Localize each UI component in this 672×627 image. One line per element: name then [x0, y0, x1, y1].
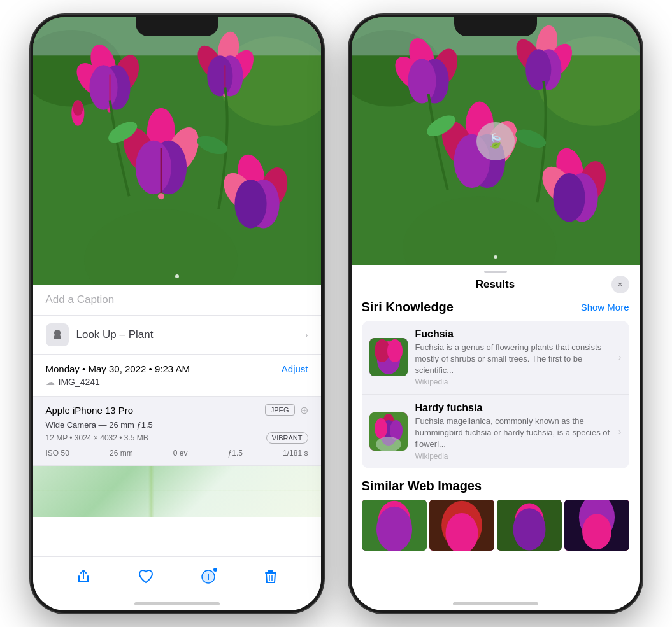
- results-content: Siri Knowledge Show More: [352, 297, 640, 602]
- photo-display-2[interactable]: 🍃: [352, 17, 640, 265]
- hardy-chevron: ›: [618, 426, 622, 437]
- svg-point-85: [513, 508, 545, 550]
- svg-point-30: [234, 180, 266, 228]
- svg-point-25: [157, 193, 164, 199]
- share-button[interactable]: [75, 568, 92, 586]
- web-image-1[interactable]: [362, 500, 427, 551]
- flower-svg-1: [33, 17, 321, 285]
- web-images-section: Similar Web Images: [362, 479, 629, 551]
- web-image-3[interactable]: [497, 500, 562, 551]
- photo-indicator-1: [175, 274, 179, 278]
- results-sheet: Results × Siri Knowledge Show More: [352, 265, 640, 602]
- web-image-2[interactable]: [429, 500, 494, 551]
- knowledge-card: Fuchsia Fuchsia is a genus of flowering …: [362, 321, 629, 468]
- date-section: Monday • May 30, 2022 • 9:23 AM Adjust ☁…: [33, 355, 321, 397]
- web-image-4[interactable]: [564, 500, 629, 551]
- lookup-chevron: ›: [305, 330, 308, 340]
- adjust-button[interactable]: Adjust: [282, 363, 308, 374]
- siri-knowledge-title: Siri Knowledge: [362, 300, 454, 314]
- svg-point-79: [376, 506, 411, 550]
- hardy-desc: Fuchsia magellanica, commonly known as t…: [415, 416, 611, 451]
- visual-intelligence-button[interactable]: 🍃: [476, 122, 515, 160]
- specs-text: 12 MP • 3024 × 4032 • 3.5 MB: [46, 433, 148, 442]
- phone-screen-1: Add a Caption Look Up – Plant ›: [33, 17, 321, 610]
- svg-point-53: [525, 49, 551, 90]
- file-name: IMG_4241: [59, 377, 100, 387]
- phone-screen-2: 🍃 Results × Siri Knowledge: [352, 17, 640, 610]
- badge-group: JPEG ⊕: [265, 404, 308, 416]
- hardy-text: Hardy fuchsia Fuchsia magellanica, commo…: [415, 402, 611, 461]
- svg-point-88: [582, 514, 611, 549]
- delete-button[interactable]: [262, 568, 280, 586]
- svg-point-34: [73, 100, 83, 115]
- info-button[interactable]: i: [199, 568, 217, 586]
- siri-knowledge-header: Siri Knowledge Show More: [362, 300, 629, 314]
- location-icon: ⊕: [300, 404, 308, 416]
- show-more-button[interactable]: Show More: [581, 302, 629, 313]
- fuchsia-source: Wikipedia: [415, 377, 611, 386]
- close-button[interactable]: ×: [611, 276, 629, 293]
- sheet-handle: [484, 271, 507, 273]
- phone-frame-1: Add a Caption Look Up – Plant ›: [31, 15, 324, 613]
- exif-ev: 0 ev: [173, 449, 188, 458]
- knowledge-item-hardy[interactable]: Hardy fuchsia Fuchsia magellanica, commo…: [362, 394, 629, 468]
- vibrant-badge: VIBRANT: [266, 432, 308, 444]
- home-indicator-1: [134, 602, 220, 605]
- fuchsia-text: Fuchsia Fuchsia is a genus of flowering …: [415, 328, 611, 387]
- lookup-label: Look Up – Plant: [76, 328, 154, 341]
- exif-focal: 26 mm: [110, 449, 133, 458]
- home-indicator-2: [453, 602, 538, 605]
- svg-point-63: [553, 173, 585, 222]
- caption-placeholder: Add a Caption: [46, 293, 115, 306]
- web-images-title: Similar Web Images: [362, 479, 629, 493]
- exif-aperture: ƒ1.5: [228, 449, 243, 458]
- device-section: Apple iPhone 13 Pro JPEG ⊕ Wide Camera —…: [33, 397, 321, 466]
- hardy-source: Wikipedia: [415, 452, 611, 461]
- info-badge: [212, 567, 218, 573]
- svg-point-48: [408, 59, 436, 103]
- cloud-icon: ☁: [46, 377, 55, 387]
- close-icon: ×: [618, 279, 623, 289]
- svg-point-23: [135, 140, 171, 194]
- flower-image-1: [33, 17, 321, 285]
- lookup-row[interactable]: Look Up – Plant ›: [33, 316, 321, 355]
- lookup-icon: [46, 323, 69, 346]
- svg-point-9: [89, 65, 117, 109]
- lens-row: Wide Camera — 26 mm ƒ1.5: [46, 420, 308, 430]
- toolbar-1: i: [33, 556, 321, 602]
- exif-shutter: 1/181 s: [283, 449, 308, 458]
- hardy-thumbnail: [369, 412, 408, 451]
- hardy-name: Hardy fuchsia: [415, 402, 611, 414]
- caption-area[interactable]: Add a Caption: [33, 285, 321, 316]
- svg-point-74: [375, 418, 387, 439]
- date-text: Monday • May 30, 2022 • 9:23 AM: [46, 363, 190, 374]
- web-images-row: [362, 500, 629, 551]
- map-overlay: [33, 466, 321, 517]
- map-section[interactable]: [33, 466, 321, 517]
- svg-rect-4: [33, 17, 321, 55]
- knowledge-item-fuchsia[interactable]: Fuchsia Fuchsia is a genus of flowering …: [362, 321, 629, 395]
- results-header: Results ×: [352, 278, 640, 297]
- photo-indicator-2: [494, 255, 497, 259]
- svg-point-16: [207, 55, 232, 96]
- exif-iso: ISO 50: [46, 449, 69, 458]
- device-name: Apple iPhone 13 Pro: [46, 405, 134, 416]
- vi-icon: 🍃: [487, 133, 504, 150]
- fuchsia-name: Fuchsia: [415, 328, 611, 340]
- format-badge: JPEG: [265, 404, 295, 416]
- fuchsia-desc: Fuchsia is a genus of flowering plants t…: [415, 342, 611, 377]
- specs-row: 12 MP • 3024 × 4032 • 3.5 MB VIBRANT: [46, 432, 308, 444]
- info-section-1: Add a Caption Look Up – Plant ›: [33, 285, 321, 556]
- fuchsia-thumbnail: [369, 338, 408, 376]
- svg-text:i: i: [207, 572, 210, 582]
- svg-point-70: [387, 339, 403, 362]
- photo-display-1[interactable]: [33, 17, 321, 285]
- fuchsia-chevron: ›: [618, 352, 622, 362]
- exif-row: ISO 50 26 mm 0 ev ƒ1.5 1/181 s: [46, 449, 308, 458]
- phone-frame-2: 🍃 Results × Siri Knowledge: [349, 15, 642, 613]
- results-title: Results: [476, 278, 515, 291]
- svg-rect-43: [352, 17, 640, 55]
- heart-button[interactable]: [137, 568, 155, 586]
